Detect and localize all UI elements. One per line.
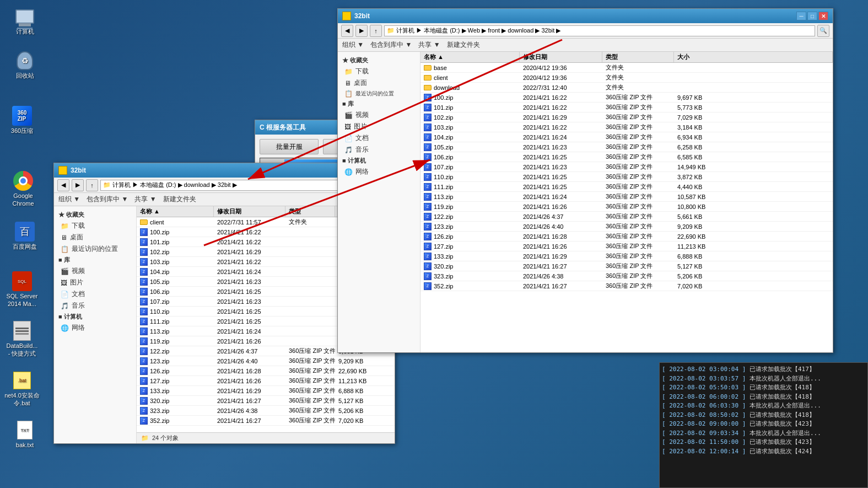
sidebar-item-recent-back[interactable]: 📋 最近访问的位置 [54,243,136,255]
sidebar-item-network-front[interactable]: 🌐 网络 [338,166,420,178]
explorer-body-front: ★ 收藏夹 📁 下载 🖥 桌面 📋 最近访问的位置 ■ 库 🎬 视频 🖼 图片 [338,52,833,352]
menu-newfolder-back[interactable]: 新建文件夹 [163,195,196,204]
table-row[interactable]: Z133.zip 2021/4/21 16:29 360压缩 ZIP 文件 6,… [420,251,833,261]
table-row[interactable]: Z104.zip 2021/4/21 16:24 360压缩 ZIP 文件 6,… [420,132,833,142]
front-win-minimize[interactable]: ─ [796,12,806,20]
log-line: [ 2022-08-02 05:50:03 ] 已请求加载批次【418】 [662,383,865,393]
table-row[interactable]: Z107.zip 2021/4/21 16:23 360压缩 ZIP 文件 14… [420,162,833,172]
up-btn-front[interactable]: ↑ [370,25,382,37]
sidebar-item-desktop-front[interactable]: 🖥 桌面 [338,77,420,89]
table-row[interactable]: Z323.zip 2021/4/26 4:38 360压缩 ZIP 文件 5,2… [137,406,395,416]
table-row[interactable]: Z106.zip 2021/4/21 16:25 360压缩 ZIP 文件 6,… [420,152,833,162]
menu-include-back[interactable]: 包含到库中 ▼ [87,195,128,204]
table-row[interactable]: Z352.zip 2021/4/21 16:27 360压缩 ZIP 文件 7,… [420,281,833,291]
sidebar-item-recent-front[interactable]: 📋 最近访问的位置 [338,89,420,99]
table-row[interactable]: Z119.zip 2021/4/21 16:26 360压缩 ZIP 文件 10… [420,202,833,212]
table-row[interactable]: base 2020/4/12 19:36 文件夹 [420,63,833,73]
back-btn[interactable]: ◀ [57,179,69,191]
forward-btn-front[interactable]: ▶ [355,25,368,37]
col-date-back[interactable]: 修改日期 [214,206,285,217]
desktop-icon-chrome[interactable]: GoogleChrome [4,170,42,208]
sidebar-item-pictures-back[interactable]: 🖼 图片 [54,277,136,288]
sidebar-item-video-front[interactable]: 🎬 视频 [338,109,420,121]
menu-newfolder-front[interactable]: 新建文件夹 [447,40,480,50]
menu-share-back[interactable]: 共享 ▼ [134,195,156,204]
sidebar-item-docs-front[interactable]: 📄 文档 [338,132,420,144]
address-bar-front[interactable]: 📁 计算机 ▶ 本地磁盘 (D:) ▶ Web ▶ front ▶ downlo… [384,25,815,36]
sidebar-section-favorites-back: ★ 收藏夹 [54,210,136,220]
sidebar-item-music-front[interactable]: 🎵 音乐 [338,144,420,155]
table-row[interactable]: Z123.zip 2021/4/26 4:40 360压缩 ZIP 文件 9,2… [137,356,395,366]
col-date-front[interactable]: 修改日期 [520,52,602,62]
table-row[interactable]: Z126.zip 2021/4/21 16:28 360压缩 ZIP 文件 22… [420,232,833,242]
table-row[interactable]: Z320.zip 2021/4/21 16:27 360压缩 ZIP 文件 5,… [137,396,395,406]
table-row[interactable]: Z126.zip 2021/4/21 16:28 360压缩 ZIP 文件 22… [137,366,395,376]
table-row[interactable]: Z105.zip 2021/4/21 16:23 360压缩 ZIP 文件 6,… [420,142,833,152]
sidebar-item-video-back[interactable]: 🎬 视频 [54,265,136,277]
sidebar-item-download-front[interactable]: 📁 下载 [338,66,420,77]
table-row[interactable]: Z101.zip 2021/4/21 16:22 360压缩 ZIP 文件 5,… [420,103,833,112]
desktop-icon-sqlserver[interactable]: SQL SQL Server2014 Ma... [3,270,41,308]
menu-share-front[interactable]: 共享 ▼ [418,40,440,50]
desktop-icon-net4[interactable]: .bat net4.0安装命令.bat [3,369,41,407]
sidebar-item-network-back[interactable]: 🌐 网络 [54,322,136,334]
table-row[interactable]: Z133.zip 2021/4/21 16:29 360压缩 ZIP 文件 6,… [137,386,395,396]
back-btn-front[interactable]: ◀ [341,25,353,37]
zip-icon-cell: Z [140,347,148,355]
table-row[interactable]: download 2022/7/31 12:40 文件夹 [420,83,833,93]
table-row[interactable]: Z102.zip 2021/4/21 16:29 360压缩 ZIP 文件 7,… [420,112,833,122]
menu-organize-front[interactable]: 组织 ▼ [342,40,364,50]
status-text-back: 24 个对象 [152,434,179,442]
col-type-back[interactable]: 类型 [285,206,335,217]
table-row[interactable]: Z111.zip 2021/4/21 16:25 360压缩 ZIP 文件 4,… [420,182,833,192]
sidebar-back: ★ 收藏夹 📁 下载 🖥 桌面 📋 最近访问的位置 ■ 库 🎬 视频 🖼 图片 [54,206,137,443]
table-row[interactable]: Z110.zip 2021/4/21 16:25 360压缩 ZIP 文件 3,… [420,172,833,182]
table-row[interactable]: Z103.zip 2021/4/21 16:22 360压缩 ZIP 文件 3,… [420,122,833,132]
sidebar-section-computer-front: ■ 计算机 [338,155,420,166]
recent-icon-side: 📋 [61,245,69,253]
col-name-front[interactable]: 名称 ▲ [420,52,520,62]
table-row[interactable]: Z127.zip 2021/4/21 16:26 360压缩 ZIP 文件 11… [137,376,395,386]
search-btn-front[interactable]: 🔍 [817,25,829,37]
sidebar-item-docs-back[interactable]: 📄 文档 [54,288,136,300]
titlebar-buttons-front: ─ □ ✕ [796,12,828,20]
table-row[interactable]: Z127.zip 2021/4/21 16:26 360压缩 ZIP 文件 11… [420,242,833,251]
up-btn[interactable]: ↑ [86,179,98,191]
desktop-icon-360zip[interactable]: 360ZIP 360压缩 [3,105,41,135]
desktop-icon-databuild[interactable]: DataBuild...- 快捷方式 [3,320,41,358]
table-row[interactable]: client 2020/4/12 19:36 文件夹 [420,73,833,83]
sidebar-item-music-back[interactable]: 🎵 音乐 [54,300,136,312]
sidebar-item-pictures-front[interactable]: 🖼 图片 [338,121,420,132]
table-row[interactable]: Z123.zip 2021/4/26 4:40 360压缩 ZIP 文件 9,2… [420,222,833,232]
table-row[interactable]: Z320.zip 2021/4/21 16:27 360压缩 ZIP 文件 5,… [420,261,833,271]
col-name-back[interactable]: 名称 ▲ [137,206,214,217]
batch-open-btn[interactable]: 批量开服 [260,139,319,154]
table-row[interactable]: Z113.zip 2021/4/21 16:24 360压缩 ZIP 文件 10… [420,192,833,202]
zip-icon-cell: Z [424,173,432,181]
zip-icon-cell: Z [424,143,432,151]
sidebar-front: ★ 收藏夹 📁 下载 🖥 桌面 📋 最近访问的位置 ■ 库 🎬 视频 🖼 图片 [338,52,420,352]
table-row[interactable]: Z122.zip 2021/4/26 4:37 360压缩 ZIP 文件 5,6… [420,212,833,222]
menu-include-front[interactable]: 包含到库中 ▼ [370,40,412,50]
table-row[interactable]: Z100.zip 2021/4/21 16:22 360压缩 ZIP 文件 9,… [420,93,833,103]
desktop-icon-side-f: 🖥 [344,79,351,87]
log-line: [ 2022-08-02 11:50:00 ] 已请求加载批次【423】 [662,438,865,447]
forward-btn[interactable]: ▶ [72,179,84,191]
col-size-front[interactable]: 大小 [674,52,833,62]
table-row[interactable]: Z352.zip 2021/4/21 16:27 360压缩 ZIP 文件 7,… [137,416,395,426]
zip-icon-cell: Z [424,163,432,171]
table-row[interactable]: Z323.zip 2021/4/26 4:38 360压缩 ZIP 文件 5,2… [420,271,833,281]
menu-organize-back[interactable]: 组织 ▼ [58,195,80,204]
address-bar-back[interactable]: 📁 计算机 ▶ 本地磁盘 (D:) ▶ download ▶ 32bit ▶ [100,180,377,191]
sidebar-item-desktop-back[interactable]: 🖥 桌面 [54,232,136,243]
log-line: [ 2022-08-02 03:00:04 ] 已请求加载批次【417】 [662,365,865,374]
desktop-icon-recycle[interactable]: ♻ 回收站 [6,50,44,79]
front-win-maximize[interactable]: □ [807,12,817,20]
desktop-icon-bak[interactable]: TXT bak.txt [6,419,44,449]
zip-icon-cell: Z [424,203,432,211]
desktop-icon-computer[interactable]: 计算机 [6,6,44,35]
col-type-front[interactable]: 类型 [602,52,674,62]
sidebar-item-download-back[interactable]: 📁 下载 [54,220,136,232]
front-win-close[interactable]: ✕ [818,12,828,20]
desktop-icon-baidu[interactable]: 百 百度网盘 [6,221,44,250]
